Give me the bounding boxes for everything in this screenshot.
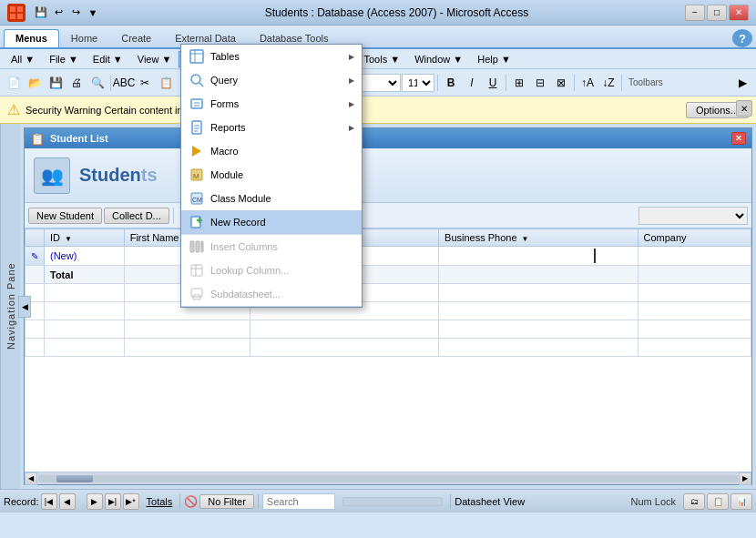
minimize-button[interactable]: − — [685, 5, 705, 21]
close-button[interactable]: ✕ — [729, 5, 749, 21]
new-btn[interactable]: 📄 — [4, 73, 24, 93]
col-id[interactable]: ID ▼ — [45, 229, 125, 247]
no-filter-button[interactable]: No Filter — [199, 494, 254, 509]
scroll-left-btn[interactable]: ◀ — [25, 472, 37, 485]
form-header: 👥 Students — [25, 148, 751, 203]
insert-macro-item[interactable]: Macro — [181, 139, 362, 163]
insert-forms-item[interactable]: Forms — [181, 92, 362, 116]
nav-pane-toggle[interactable]: ◀ — [18, 296, 31, 318]
insert-reports-item[interactable]: Reports — [181, 116, 362, 139]
totals-link[interactable]: Totals — [143, 496, 177, 507]
insert-tables-item[interactable]: Tables — [181, 45, 362, 68]
insert-new-record-item[interactable]: New Record — [181, 210, 362, 234]
doc-close-button[interactable]: ✕ — [731, 132, 746, 145]
lookup-column-item: Lookup Column... — [181, 259, 362, 282]
svg-line-9 — [199, 83, 203, 86]
new-student-button[interactable]: New Student — [28, 208, 102, 224]
status-indicators: 🗂 📋 📊 — [683, 493, 752, 510]
save-btn[interactable]: 💾 — [46, 73, 66, 93]
empty-row-3 — [26, 320, 751, 339]
cell-phone-new[interactable] — [439, 247, 638, 266]
document-window: 📋 Student List ✕ 👥 Students New Student … — [24, 127, 752, 485]
scroll-track[interactable] — [38, 475, 738, 482]
font-size-selector[interactable]: 11 — [402, 74, 434, 92]
cell-id-new[interactable]: (New) — [45, 247, 125, 266]
last-record-btn[interactable]: ▶| — [105, 493, 121, 510]
menu-view[interactable]: View ▼ — [130, 52, 179, 66]
cut-btn[interactable]: ✂ — [135, 73, 155, 93]
window-title: Students : Database (Access 2007) - Micr… — [108, 6, 685, 19]
maximize-button[interactable]: □ — [707, 5, 727, 21]
menu-help[interactable]: Help ▼ — [470, 52, 518, 66]
horizontal-scrollbar[interactable]: ◀ ▶ — [25, 472, 751, 484]
row-selector-header — [26, 229, 45, 247]
new-record-nav-btn[interactable]: ▶* — [123, 493, 139, 510]
print-preview-btn[interactable]: 🔍 — [87, 73, 107, 93]
grid-btn[interactable]: ⊟ — [530, 73, 550, 93]
insert-query-item[interactable]: Query — [181, 68, 362, 92]
table-row-total: Total 0 ▼ — [26, 266, 751, 284]
redo-quick-btn[interactable]: ↪ — [67, 5, 84, 21]
help-icon[interactable]: ? — [732, 29, 752, 47]
svg-rect-27 — [201, 241, 203, 252]
scroll-thumb[interactable] — [56, 475, 93, 482]
svg-rect-1 — [10, 6, 15, 12]
spell-btn[interactable]: ABC — [114, 73, 134, 93]
empty-row-1 — [26, 284, 751, 302]
menu-all[interactable]: All ▼ — [4, 52, 42, 66]
sort-desc-btn[interactable]: ↓Z — [598, 73, 618, 93]
tab-menus[interactable]: Menus — [4, 29, 59, 47]
status-ind-1[interactable]: 🗂 — [683, 493, 705, 510]
menu-tools[interactable]: Tools ▼ — [357, 52, 408, 66]
status-sep-2 — [258, 494, 259, 509]
table-btn[interactable]: ⊞ — [509, 73, 529, 93]
security-bar: ⚠ Security Warning Certain content in th… — [0, 96, 756, 124]
navigation-pane[interactable]: Navigation Pane — [0, 124, 20, 489]
menu-edit[interactable]: Edit ▼ — [86, 52, 130, 66]
prev-record-btn[interactable]: ◀ — [59, 493, 76, 510]
tables-label: Tables — [210, 51, 343, 62]
open-btn[interactable]: 📂 — [25, 73, 45, 93]
sep-7 — [574, 75, 575, 91]
col-company[interactable]: Company — [638, 229, 751, 247]
insert-module-item[interactable]: M Module — [181, 163, 362, 187]
next-record-btn[interactable]: ▶ — [87, 493, 103, 510]
save-quick-btn[interactable]: 💾 — [33, 5, 49, 21]
menu-file[interactable]: File ▼ — [42, 52, 86, 66]
search-input[interactable] — [262, 493, 335, 510]
underline-btn[interactable]: U — [483, 73, 503, 93]
quick-access-toolbar: 💾 ↩ ↪ ▼ — [33, 5, 101, 21]
status-bar: Record: |◀ ◀ ▶ ▶| ▶* Totals 🚫 No Filter … — [0, 489, 756, 513]
customize-quick-btn[interactable]: ▼ — [85, 5, 101, 21]
view-selector[interactable] — [639, 207, 748, 225]
record-scroll[interactable] — [342, 497, 443, 506]
subdatasheet-item: Subdatasheet... — [181, 282, 362, 306]
undo-quick-btn[interactable]: ↩ — [50, 5, 66, 21]
menu-window[interactable]: Window ▼ — [407, 52, 470, 66]
bold-btn[interactable]: B — [441, 73, 461, 93]
first-record-btn[interactable]: |◀ — [41, 493, 57, 510]
svg-rect-5 — [190, 50, 203, 63]
collect-data-button[interactable]: Collect D... — [104, 208, 169, 224]
sep-5 — [437, 75, 438, 91]
status-ind-2[interactable]: 📋 — [707, 493, 729, 510]
cell-company-new[interactable] — [638, 247, 751, 266]
toolbars-label: Toolbars — [625, 77, 667, 87]
print-btn[interactable]: 🖨 — [66, 73, 87, 93]
col-btn[interactable]: ⊠ — [551, 73, 571, 93]
tab-create[interactable]: Create — [109, 29, 163, 47]
cell-phone-total — [439, 266, 638, 284]
scroll-right-btn[interactable]: ▶ — [739, 472, 751, 485]
app-icon — [7, 4, 26, 22]
security-close-button[interactable]: ✕ — [736, 100, 752, 117]
insert-class-module-item[interactable]: CM Class Module — [181, 187, 362, 210]
tab-home[interactable]: Home — [59, 29, 109, 47]
sort-asc-btn[interactable]: ↑A — [577, 73, 598, 93]
status-ind-3[interactable]: 📊 — [730, 493, 752, 510]
module-icon: M — [189, 167, 205, 183]
cell-id-total: Total — [45, 266, 125, 284]
col-phone[interactable]: Business Phone ▼ — [439, 229, 638, 247]
italic-btn[interactable]: I — [462, 73, 482, 93]
copy-btn[interactable]: 📋 — [156, 73, 176, 93]
more-btn[interactable]: ▶ — [732, 73, 752, 93]
